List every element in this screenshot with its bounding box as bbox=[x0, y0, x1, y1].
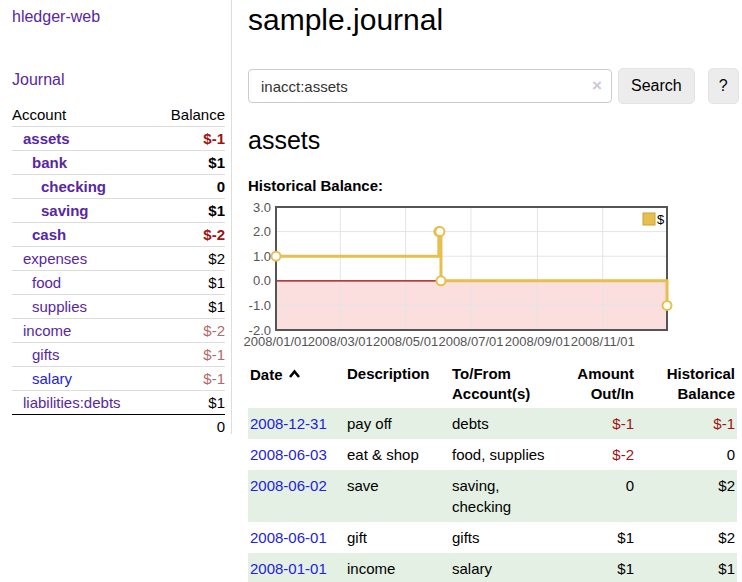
transaction-description: save bbox=[345, 470, 450, 522]
transaction-amount: $1 bbox=[565, 522, 642, 553]
account-row: liabilities:debts$1 bbox=[12, 391, 225, 415]
account-link[interactable]: food bbox=[32, 274, 61, 291]
transaction-description: eat & shop bbox=[345, 439, 450, 470]
transaction-date-link[interactable]: 2008-12-31 bbox=[250, 415, 327, 432]
account-link[interactable]: bank bbox=[32, 154, 67, 171]
account-row: assets$-1 bbox=[12, 127, 225, 151]
account-row: income$-2 bbox=[12, 319, 225, 343]
transaction-amount: $1 bbox=[565, 553, 642, 582]
transaction-date-link[interactable]: 2008-01-01 bbox=[250, 560, 327, 577]
transaction-accounts: salary bbox=[450, 553, 565, 582]
brand-link[interactable]: hledger-web bbox=[12, 8, 225, 26]
account-balance: $1 bbox=[154, 271, 225, 295]
account-link[interactable]: assets bbox=[23, 130, 70, 147]
search-input[interactable] bbox=[248, 69, 612, 103]
transaction-date-link[interactable]: 2008-06-02 bbox=[250, 477, 327, 494]
x-tick-label: 2008/05/01 bbox=[373, 334, 438, 349]
account-row: expenses$2 bbox=[12, 247, 225, 271]
account-link[interactable]: gifts bbox=[32, 346, 60, 363]
x-tick-label: 2008/11/01 bbox=[571, 334, 635, 349]
account-balance: $-2 bbox=[154, 319, 225, 343]
search-bar: × Search ? bbox=[248, 68, 742, 104]
transaction-balance: $2 bbox=[642, 470, 737, 522]
transaction-accounts: debts bbox=[450, 408, 565, 439]
data-point-marker bbox=[436, 276, 445, 285]
x-tick-label: 2008/01/01 bbox=[243, 334, 308, 349]
register-row: 2008-12-31pay offdebts$-1$-1 bbox=[248, 408, 737, 439]
register-row: 2008-06-02savesaving, checking0$2 bbox=[248, 470, 737, 522]
register-header-accounts: To/From Account(s) bbox=[450, 362, 565, 408]
data-point-marker bbox=[663, 301, 672, 310]
accounts-header-account: Account bbox=[12, 103, 154, 127]
transaction-amount: $-2 bbox=[565, 439, 642, 470]
account-link[interactable]: saving bbox=[41, 202, 89, 219]
account-link[interactable]: income bbox=[23, 322, 71, 339]
main-content: sample.journal × Search ? assets Histori… bbox=[248, 0, 742, 582]
account-link[interactable]: expenses bbox=[23, 250, 87, 267]
account-balance: $-2 bbox=[154, 223, 225, 247]
y-tick-label: -1.0 bbox=[249, 298, 271, 313]
account-row: gifts$-1 bbox=[12, 343, 225, 367]
register-header-amount: Amount Out/In bbox=[565, 362, 642, 408]
accounts-table: Account Balance assets$-1bank$1checking0… bbox=[12, 103, 225, 438]
account-row: food$1 bbox=[12, 271, 225, 295]
account-link[interactable]: cash bbox=[32, 226, 66, 243]
x-tick-label: 2008/09/01 bbox=[505, 334, 570, 349]
register-row: 2008-06-01giftgifts$1$2 bbox=[248, 522, 737, 553]
account-balance: $-1 bbox=[154, 367, 225, 391]
account-row: cash$-2 bbox=[12, 223, 225, 247]
register-header-date[interactable]: Date bbox=[248, 362, 345, 408]
sidebar-item-journal[interactable]: Journal bbox=[12, 71, 225, 89]
account-balance: $-1 bbox=[154, 343, 225, 367]
transaction-balance: $1 bbox=[642, 553, 737, 582]
search-button[interactable]: Search bbox=[618, 68, 695, 104]
account-link[interactable]: liabilities:debts bbox=[23, 394, 121, 411]
sidebar: hledger-web Journal Account Balance asse… bbox=[0, 0, 232, 434]
account-link[interactable]: checking bbox=[41, 178, 106, 195]
accounts-total-spacer bbox=[12, 415, 154, 439]
x-tick-label: 2008/07/01 bbox=[438, 334, 503, 349]
register-header-row: Date Description To/From Account(s) Amou… bbox=[248, 362, 737, 408]
historical-balance-chart: $3.02.01.00.0-1.0-2.02008/01/012008/03/0… bbox=[248, 204, 678, 350]
transaction-balance: 0 bbox=[642, 439, 737, 470]
account-link[interactable]: salary bbox=[32, 370, 72, 387]
account-link[interactable]: supplies bbox=[32, 298, 87, 315]
y-tick-label: 0.0 bbox=[253, 273, 271, 288]
account-row: saving$1 bbox=[12, 199, 225, 223]
account-row: supplies$1 bbox=[12, 295, 225, 319]
account-balance: 0 bbox=[154, 175, 225, 199]
chart-title: Historical Balance: bbox=[248, 177, 742, 195]
data-point-marker bbox=[272, 252, 281, 261]
accounts-header-row: Account Balance bbox=[12, 103, 225, 127]
transaction-balance: $2 bbox=[642, 522, 737, 553]
account-balance: $2 bbox=[154, 247, 225, 271]
account-balance: $1 bbox=[154, 151, 225, 175]
transaction-accounts: saving, checking bbox=[450, 470, 565, 522]
transaction-description: income bbox=[345, 553, 450, 582]
account-balance: $-1 bbox=[154, 127, 225, 151]
data-point-marker bbox=[435, 227, 444, 236]
hledger-web-window: hledger-web Journal Account Balance asse… bbox=[0, 0, 742, 582]
transaction-amount: 0 bbox=[565, 470, 642, 522]
clear-search-icon[interactable]: × bbox=[592, 77, 602, 94]
y-tick-label: 2.0 bbox=[253, 224, 271, 239]
transaction-description: pay off bbox=[345, 408, 450, 439]
accounts-total-row: 0 bbox=[12, 415, 225, 439]
transaction-date-link[interactable]: 2008-06-03 bbox=[250, 446, 327, 463]
account-balance: $1 bbox=[154, 295, 225, 319]
help-button[interactable]: ? bbox=[708, 68, 739, 104]
transaction-balance: $-1 bbox=[642, 408, 737, 439]
accounts-total-value: 0 bbox=[154, 415, 225, 439]
account-row: bank$1 bbox=[12, 151, 225, 175]
account-row: checking0 bbox=[12, 175, 225, 199]
register-header-balance: Historical Balance bbox=[642, 362, 737, 408]
account-balance: $1 bbox=[154, 199, 225, 223]
transaction-date-link[interactable]: 2008-06-01 bbox=[250, 529, 327, 546]
transaction-amount: $-1 bbox=[565, 408, 642, 439]
accounts-header-balance: Balance bbox=[154, 103, 225, 127]
y-tick-label: 1.0 bbox=[253, 249, 271, 264]
register-row: 2008-01-01incomesalary$1$1 bbox=[248, 553, 737, 582]
transaction-description: gift bbox=[345, 522, 450, 553]
y-tick-label: 3.0 bbox=[253, 200, 271, 215]
sort-ascending-icon bbox=[288, 364, 301, 384]
